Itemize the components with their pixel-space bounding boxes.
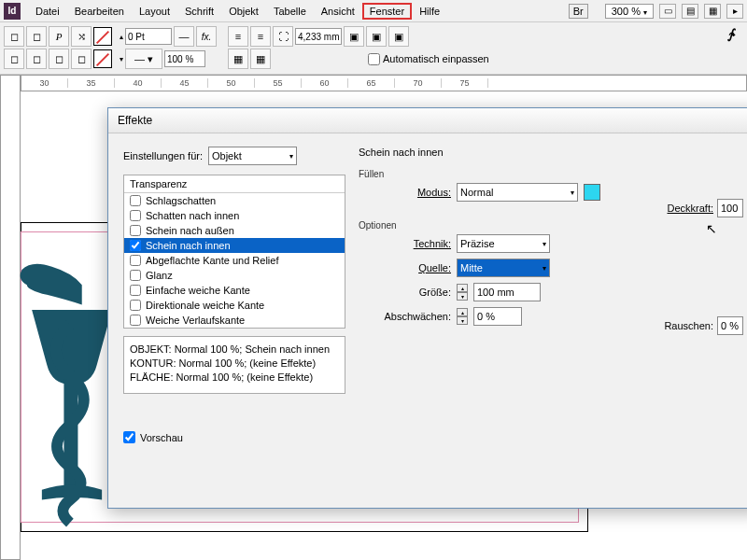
fill-swatch[interactable]: ◻ (4, 26, 24, 47)
abschwaechen-input[interactable]: 0 % (473, 307, 522, 326)
menu-ansicht[interactable]: Ansicht (314, 3, 362, 20)
cursor-icon: ↖ (706, 221, 717, 236)
horizontal-ruler: 30 35 40 45 50 55 60 65 70 75 (21, 75, 747, 91)
abschwaechen-label: Abschwächen: (372, 311, 451, 322)
stroke-tint[interactable]: ◻ (26, 49, 47, 69)
deckkraft-label: Deckkraft: (667, 203, 713, 214)
preview-checkbox[interactable] (123, 431, 135, 443)
menu-hilfe[interactable]: Hilfe (412, 3, 447, 20)
effect-schatten-innen[interactable]: Schatten nach innen (124, 208, 345, 223)
groesse-input[interactable]: 100 mm (473, 283, 541, 301)
menu-schrift[interactable]: Schrift (177, 3, 221, 20)
view-options-button[interactable]: ▦ (704, 4, 721, 19)
effect-direktionale-kante[interactable]: Direktionale weiche Kante (124, 298, 345, 313)
stroke-swatch[interactable]: ◻ (26, 26, 47, 47)
technik-dropdown[interactable]: Präzise▾ (457, 234, 550, 253)
technik-label: Technik: (372, 238, 451, 249)
frame-fitting-input[interactable] (295, 28, 342, 45)
crop-icon[interactable]: ⛶ (273, 26, 293, 47)
rauschen-input[interactable]: 0 % (717, 316, 743, 335)
effect-summary: OBJEKT: Normal 100 %; Schein nach innen … (123, 336, 345, 394)
bridge-button[interactable]: Br (569, 4, 588, 19)
groesse-label: Größe: (372, 287, 451, 298)
menu-objekt[interactable]: Objekt (221, 3, 266, 20)
formatting-button[interactable]: ◻ (49, 49, 69, 69)
arrange-button[interactable]: ▤ (682, 4, 698, 19)
zoom-level[interactable]: 300 % ▾ (605, 4, 654, 19)
effects-dialog: Effekte Einstellungen für: Objekt▾ Trans… (107, 107, 747, 509)
groesse-spinner[interactable]: ▴▾ (457, 284, 468, 301)
align-center-icon[interactable]: ≡ (250, 26, 271, 47)
menu-layout[interactable]: Layout (132, 3, 177, 20)
menu-tabelle[interactable]: Tabelle (266, 3, 314, 20)
effects-list: Transparenz Schlagschatten Schatten nach… (123, 175, 345, 329)
effect-glanz[interactable]: Glanz (124, 268, 345, 283)
panel-toggle-button[interactable]: ▸ (726, 4, 743, 19)
fit-content-icon[interactable]: ▣ (344, 26, 364, 47)
dialog-title: Effekte (108, 108, 747, 133)
panel-title: Schein nach innen (359, 147, 745, 158)
stroke-style-button[interactable]: — (174, 26, 194, 47)
modus-label: Modus: (372, 187, 451, 198)
text-wrap-icon[interactable]: ▦ (228, 49, 248, 69)
menubar: Id Datei Bearbeiten Layout Schrift Objek… (0, 0, 747, 22)
none-swatch[interactable] (93, 27, 112, 46)
text-wrap2-icon[interactable]: ▦ (250, 49, 271, 69)
fx-button[interactable]: fx. (196, 26, 217, 47)
quick-apply-icon[interactable]: ∱ (727, 26, 734, 41)
character-button[interactable]: P (49, 26, 69, 47)
app-icon: Id (4, 3, 21, 20)
effect-abgeflachte-kante[interactable]: Abgeflachte Kante und Relief (124, 253, 345, 268)
settings-for-dropdown[interactable]: Objekt▾ (208, 147, 297, 165)
deckkraft-input[interactable]: 100 (717, 199, 743, 217)
effect-einfache-kante[interactable]: Einfache weiche Kante (124, 283, 345, 298)
effect-schein-innen[interactable]: Schein nach innen (124, 238, 345, 253)
screen-mode-button[interactable]: ▭ (659, 4, 676, 19)
stroke-type-dropdown[interactable]: — ▾ (125, 49, 162, 69)
effect-schein-aussen[interactable]: Schein nach außen (124, 223, 345, 238)
effect-verlaufskante[interactable]: Weiche Verlaufskante (124, 313, 345, 328)
menu-datei[interactable]: Datei (28, 3, 67, 20)
auto-fit-checkbox[interactable]: Automatisch einpassen (368, 53, 489, 65)
quelle-label: Quelle: (372, 262, 451, 273)
default-colors-icon[interactable]: ◻ (71, 49, 92, 69)
quelle-dropdown[interactable]: Mitte▾ (457, 259, 550, 277)
rauschen-label: Rauschen: (664, 320, 713, 331)
effect-schlagschatten[interactable]: Schlagschatten (124, 193, 345, 208)
stroke-weight-input[interactable] (125, 28, 172, 45)
modus-dropdown[interactable]: Normal▾ (457, 183, 578, 202)
effects-list-header[interactable]: Transparenz (124, 175, 345, 193)
menu-bearbeiten[interactable]: Bearbeiten (67, 3, 132, 20)
swap-colors-icon[interactable]: ⤭ (71, 26, 92, 47)
none-swatch-2[interactable] (93, 49, 112, 68)
center-content-icon[interactable]: ▣ (388, 26, 409, 47)
glow-color-swatch[interactable] (584, 184, 600, 201)
align-left-icon[interactable]: ≡ (228, 26, 248, 47)
options-group-label: Optionen (359, 220, 745, 231)
preview-label: Vorschau (140, 432, 183, 443)
opacity-input[interactable] (164, 50, 205, 67)
fill-tint[interactable]: ◻ (4, 49, 24, 69)
abschwaechen-spinner[interactable]: ▴▾ (457, 308, 468, 325)
stepper-up-icon[interactable]: ▴ (120, 33, 123, 41)
fill-group-label: Füllen (359, 169, 745, 179)
fit-frame-icon[interactable]: ▣ (366, 26, 387, 47)
menu-fenster[interactable]: Fenster (362, 3, 412, 20)
control-panel: ◻ ◻ P ◻ ◻ ◻ ⤭ ◻ ▴ — fx. ▾ — ▾ (0, 22, 747, 75)
settings-for-label: Einstellungen für: (123, 150, 203, 161)
stepper-down-icon[interactable]: ▾ (120, 55, 123, 63)
